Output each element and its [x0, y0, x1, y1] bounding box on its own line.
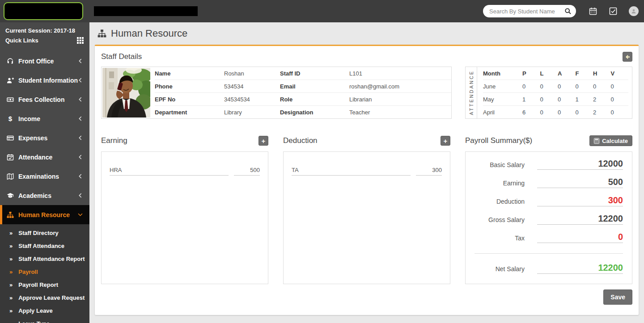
sidebar-item-label: Academics	[18, 192, 79, 199]
sidebar-item-academics[interactable]: Academics	[0, 186, 89, 205]
attendance-column-header: L	[540, 70, 558, 77]
search-input[interactable]	[489, 8, 564, 15]
sidebar-subitem-label: Payroll	[18, 268, 38, 275]
double-chevron-icon: »	[9, 230, 13, 236]
sidebar-item-student-information[interactable]: Student Information	[0, 71, 89, 90]
chevron-left-icon	[79, 174, 83, 179]
sidebar-subitem-leave-type[interactable]: »Leave Type	[0, 317, 89, 323]
quick-links-grid-icon[interactable]	[77, 37, 84, 44]
staff-detail-row: DepartmentLibraryDesignationTeacher	[155, 106, 451, 119]
panels-row: Earning + HRA500 Deduction + TA300 Payro…	[101, 135, 632, 284]
sidebar-subitem-payroll-report[interactable]: »Payroll Report	[0, 278, 89, 291]
payroll-row-value[interactable]: 300	[537, 195, 623, 206]
app-logo[interactable]	[4, 2, 83, 20]
attendance-value: 2	[593, 109, 611, 116]
sidebar-item-front-office[interactable]: Front Office	[0, 51, 89, 71]
front-office-icon	[6, 57, 14, 65]
attendance-row: May100120	[483, 93, 628, 106]
double-chevron-icon: »	[9, 294, 13, 301]
payroll-row-value[interactable]: 12200	[537, 214, 623, 225]
task-check-icon[interactable]	[609, 7, 617, 15]
sidebar-subitem-label: Staff Attendance	[18, 243, 64, 249]
detail-value: Library	[224, 109, 280, 116]
payroll-row-net-salary: Net Salary12200	[475, 263, 623, 274]
sidebar-submenu: »Staff Directory»Staff Attendance»Staff …	[0, 224, 89, 323]
detail-value: roshan@gmail.com	[349, 83, 451, 90]
examinations-icon	[6, 172, 14, 180]
payroll-row-label: Net Salary	[475, 265, 525, 274]
add-deduction-button[interactable]: +	[441, 136, 450, 146]
chevron-down-icon	[79, 212, 83, 218]
attendance-table: MonthPLAFHVJune000000May100120April60002…	[477, 67, 632, 118]
chevron-left-icon	[79, 135, 83, 141]
attendance-month: June	[483, 83, 522, 90]
payroll-row-value[interactable]: 0	[537, 232, 623, 243]
back-button[interactable]	[623, 52, 632, 62]
detail-label: Email	[280, 83, 349, 90]
attendance-value: 0	[558, 96, 576, 103]
sidebar-item-fees-collection[interactable]: Fees Collection	[0, 90, 89, 109]
sidebar-subitem-label: Leave Type	[18, 320, 50, 323]
attendance-value: 6	[522, 109, 540, 116]
sidebar-item-expenses[interactable]: Expenses	[0, 128, 89, 147]
earning-header: Earning +	[101, 135, 268, 146]
search-icon[interactable]	[564, 8, 572, 15]
sidebar-subitem-staff-attendance-report[interactable]: »Staff Attendance Report	[0, 252, 89, 265]
sidebar-item-label: Fees Collection	[18, 96, 79, 103]
sidebar-subitem-staff-attendance[interactable]: »Staff Attendance	[0, 239, 89, 252]
sidebar-item-human-resource[interactable]: Human Resource	[0, 205, 89, 224]
payroll-divider	[475, 253, 623, 254]
sidebar-subitem-label: Approve Leave Request	[18, 294, 85, 301]
payroll-row-earning: Earning500	[475, 177, 623, 188]
payroll-row-label: Tax	[475, 235, 525, 243]
payroll-row-value[interactable]: 500	[537, 177, 623, 188]
attendance-column-header: V	[611, 70, 629, 77]
sidebar: Current Session: 2017-18 Quick Links Fro…	[0, 22, 89, 323]
sidebar-item-label: Human Resource	[18, 211, 79, 218]
calculate-button[interactable]: Calculate	[589, 135, 632, 146]
sidebar-item-label: Attendance	[18, 154, 79, 161]
user-avatar[interactable]	[629, 6, 639, 16]
detail-label: EPF No	[155, 96, 224, 103]
current-session-label: Current Session: 2017-18	[0, 22, 89, 34]
payroll-row-tax: Tax0	[475, 232, 623, 243]
payroll-summary-title: Payroll Summary($)	[465, 136, 532, 145]
attendance-value: 0	[611, 83, 629, 90]
deduction-amount-input[interactable]: 300	[416, 167, 442, 176]
sidebar-subitem-staff-directory[interactable]: »Staff Directory	[0, 227, 89, 239]
sidebar-item-income[interactable]: $Income	[0, 109, 89, 128]
deduction-name-input[interactable]: TA	[292, 167, 411, 176]
top-navbar	[0, 0, 644, 22]
sidebar-item-examinations[interactable]: Examinations	[0, 167, 89, 186]
sidebar-item-label: Income	[18, 115, 79, 122]
attendance-month: May	[483, 96, 522, 103]
staff-detail-row: NameRoshanStaff IDL101	[155, 67, 451, 80]
double-chevron-icon: »	[9, 320, 13, 323]
earning-amount-input[interactable]: 500	[234, 167, 260, 176]
attendance-value: 0	[540, 96, 558, 103]
earning-name-input[interactable]: HRA	[110, 167, 229, 176]
chevron-left-icon	[79, 155, 83, 160]
payroll-row-deduction: Deduction300	[475, 196, 623, 206]
sidebar-subitem-apply-leave[interactable]: »Apply Leave	[0, 304, 89, 317]
attendance-box: ATTENDANCE MonthPLAFHVJune000000May10012…	[465, 67, 632, 119]
calendar-icon[interactable]	[589, 7, 597, 15]
sidebar-item-attendance[interactable]: Attendance	[0, 147, 89, 167]
deduction-box: TA300	[283, 151, 450, 284]
attendance-value: 0	[558, 83, 576, 90]
add-earning-button[interactable]: +	[258, 136, 268, 146]
chevron-left-icon	[79, 59, 83, 64]
detail-value: Librarian	[349, 96, 451, 103]
double-chevron-icon: »	[9, 281, 13, 288]
payroll-row-value[interactable]: 12000	[537, 159, 623, 170]
double-chevron-icon: »	[9, 268, 13, 275]
save-button[interactable]: Save	[603, 289, 632, 305]
double-chevron-icon: »	[9, 307, 13, 314]
payroll-row-value[interactable]: 12200	[537, 263, 623, 274]
sidebar-subitem-payroll[interactable]: »Payroll	[0, 265, 89, 278]
sidebar-subitem-approve-leave-request[interactable]: »Approve Leave Request	[0, 291, 89, 304]
detail-label: Role	[280, 96, 349, 103]
attendance-value: 0	[576, 109, 593, 116]
payroll-row-basic-salary: Basic Salary12000	[475, 159, 623, 170]
expenses-icon	[6, 134, 14, 142]
